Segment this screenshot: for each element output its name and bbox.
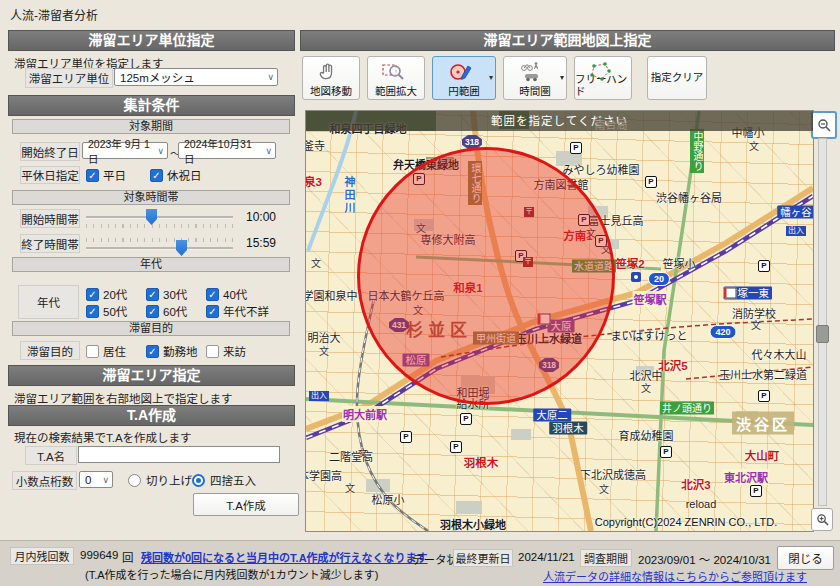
parking-icon: P bbox=[750, 485, 762, 497]
map-label: 笹塚小 bbox=[663, 255, 696, 271]
remaining-warning-link[interactable]: 残回数が0回になると当月中のT.A作成が行えなくなります bbox=[141, 549, 428, 565]
purpose-option-居住[interactable]: 居住 bbox=[86, 343, 126, 359]
subheader-purpose: 滞留目的 bbox=[12, 321, 290, 336]
school-icon: 文 bbox=[641, 380, 651, 395]
map-label: reload bbox=[686, 498, 717, 510]
checkbox-icon[interactable]: ✓ bbox=[206, 288, 219, 301]
parking-icon: P bbox=[450, 441, 462, 453]
dropdown-arrow-icon[interactable]: ▾ bbox=[560, 73, 564, 82]
dropdown-arrow-icon[interactable]: ▾ bbox=[489, 73, 493, 82]
ta-create-button[interactable]: T.A作成 bbox=[193, 493, 299, 516]
map-canvas[interactable]: 範囲を指定してください Copyright(C)2024 ZENRIN CO.,… bbox=[305, 110, 814, 532]
tool-範囲拡大[interactable]: 範囲拡大 bbox=[367, 56, 425, 100]
map-label: 出入 bbox=[309, 391, 329, 401]
checkbox-icon[interactable]: ✓ bbox=[86, 169, 99, 182]
age-option-20代[interactable]: ✓20代 bbox=[86, 286, 127, 302]
zoom-out-button[interactable] bbox=[811, 111, 837, 139]
area-description: 滞留エリア範囲を右部地図上で指定します bbox=[14, 390, 233, 406]
school-icon: 文 bbox=[749, 138, 759, 153]
purpose-option-勤務地[interactable]: ✓勤務地 bbox=[146, 343, 198, 359]
section-header-area: 滞留エリア指定 bbox=[8, 365, 295, 386]
checkbox-icon[interactable]: ✓ bbox=[146, 288, 159, 301]
age-option-50代[interactable]: ✓50代 bbox=[86, 303, 127, 319]
store-icon bbox=[724, 288, 737, 299]
round-option-切り上げ[interactable]: 切り上げ bbox=[128, 472, 192, 488]
checkbox-icon[interactable]: ✓ bbox=[146, 305, 159, 318]
start-time-label: 開始時間帯 bbox=[20, 209, 80, 228]
map-label: 中野通り bbox=[690, 129, 704, 173]
checkbox-icon[interactable] bbox=[86, 345, 99, 358]
checkbox-icon[interactable]: ✓ bbox=[146, 345, 159, 358]
unit-label: 滞留エリア単位 bbox=[25, 68, 113, 88]
tool-フリーハンド[interactable]: フリーハンド bbox=[574, 56, 632, 100]
checkbox-icon[interactable] bbox=[206, 345, 219, 358]
start-time-slider-thumb[interactable] bbox=[146, 209, 157, 225]
checkbox-icon[interactable]: ✓ bbox=[86, 288, 99, 301]
map-label: 泉3 bbox=[305, 173, 322, 189]
ta-name-input[interactable] bbox=[78, 446, 280, 463]
map-label: 井ノ頭通り bbox=[660, 402, 714, 415]
hand-icon bbox=[303, 60, 353, 84]
age-label: 年代 bbox=[18, 285, 79, 319]
tool-指定クリア[interactable]: 指定クリア bbox=[647, 56, 707, 100]
window-title: 人流-滞留者分析 bbox=[10, 6, 98, 23]
date-to-select[interactable]: 2024年10月31日∨ bbox=[178, 142, 276, 159]
end-time-slider[interactable] bbox=[86, 247, 233, 250]
weekday-option-休祝日[interactable]: ✓休祝日 bbox=[150, 167, 202, 183]
survey-period-value: 2023/09/01 ～ 2024/10/31 bbox=[638, 551, 771, 567]
school-icon: 文 bbox=[311, 255, 321, 270]
map-label: みやしろ幼稚園 bbox=[563, 161, 640, 177]
map-label: 下北沢成徳高 bbox=[580, 466, 646, 482]
remaining-count-value: 999649 bbox=[80, 549, 118, 561]
end-time-slider-thumb[interactable] bbox=[176, 240, 187, 256]
purpose-option-来訪[interactable]: 来訪 bbox=[206, 343, 246, 359]
age-option-年代不詳[interactable]: ✓年代不詳 bbox=[206, 303, 269, 319]
map-label: 大山町 bbox=[745, 447, 780, 463]
end-time-value: 15:59 bbox=[246, 236, 276, 250]
tool-時間圏[interactable]: 時間圏▾ bbox=[503, 56, 567, 100]
checkbox-icon[interactable]: ✓ bbox=[206, 305, 219, 318]
close-button[interactable]: 閉じる bbox=[777, 546, 834, 570]
travel-icon bbox=[504, 60, 560, 84]
weekday-option-平日[interactable]: ✓平日 bbox=[86, 167, 126, 183]
age-option-30代[interactable]: ✓30代 bbox=[146, 286, 187, 302]
radio-icon[interactable] bbox=[192, 474, 205, 487]
parking-icon: P bbox=[645, 176, 657, 188]
end-time-label: 終了時間帯 bbox=[20, 234, 80, 253]
age-option-60代[interactable]: ✓60代 bbox=[146, 303, 187, 319]
chevron-down-icon: ∨ bbox=[102, 475, 109, 485]
map-label: 北沢3 bbox=[681, 476, 710, 492]
map-label: 羽根木小緑地 bbox=[440, 516, 506, 532]
unit-select[interactable]: 125mメッシュ∨ bbox=[114, 68, 278, 86]
map-label: 神田川 bbox=[341, 177, 357, 216]
checkbox-icon[interactable]: ✓ bbox=[150, 169, 163, 182]
magnifier-minus-icon bbox=[817, 118, 831, 132]
map-label: 笹塚2 bbox=[615, 255, 644, 271]
polygon-icon bbox=[575, 60, 625, 84]
date-from-select[interactable]: 2023年 9月 1日∨ bbox=[82, 142, 168, 159]
map-label: 東北沢駅 bbox=[723, 469, 769, 485]
survey-period-label: 調査期間 bbox=[580, 549, 632, 567]
zoom-slider-handle[interactable] bbox=[816, 325, 829, 343]
people-flow-info-link[interactable]: 人流データの詳細な情報はこちらからご参照頂けます bbox=[543, 568, 807, 584]
tool-地図移動[interactable]: 地図移動 bbox=[302, 56, 360, 100]
chevron-down-icon: ∨ bbox=[157, 146, 164, 156]
last-updated-label: 最終更新日 bbox=[453, 549, 513, 567]
zoom-in-button[interactable] bbox=[811, 508, 833, 531]
start-time-slider[interactable] bbox=[86, 216, 233, 219]
age-option-40代[interactable]: ✓40代 bbox=[206, 286, 247, 302]
map-label: 北沢5 bbox=[658, 357, 687, 373]
digits-select[interactable]: 0∨ bbox=[79, 471, 113, 488]
checkbox-icon[interactable]: ✓ bbox=[86, 305, 99, 318]
selection-circle[interactable] bbox=[357, 147, 615, 405]
remaining-count-unit: 回 bbox=[122, 549, 134, 565]
circle-pen-icon bbox=[433, 60, 489, 84]
weekday-label: 平休日指定 bbox=[20, 166, 80, 184]
zoom-slider-track[interactable] bbox=[818, 138, 827, 506]
map-label: 釜寺 bbox=[305, 137, 325, 153]
tool-円範囲[interactable]: 円範囲▾ bbox=[432, 56, 496, 100]
end-time-ticks bbox=[86, 238, 233, 242]
radio-icon[interactable] bbox=[128, 474, 141, 487]
subheader-age: 年代 bbox=[12, 257, 290, 272]
round-option-四捨五入[interactable]: 四捨五入 bbox=[192, 472, 256, 488]
